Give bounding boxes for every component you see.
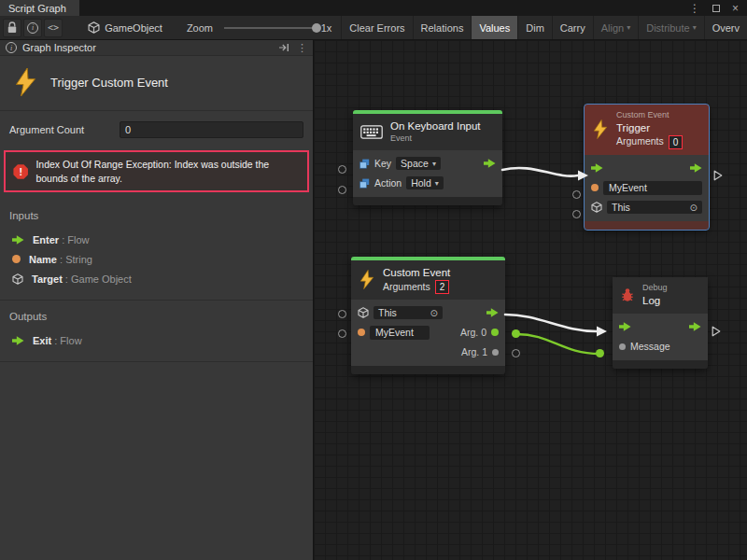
- lightning-bolt-icon: [592, 119, 609, 139]
- target-dropdown[interactable]: This⊙: [607, 201, 702, 214]
- flow-input-port[interactable]: [591, 163, 603, 173]
- values-button[interactable]: Values: [471, 16, 517, 40]
- graph-canvas[interactable]: On Keyboard Input Event Key Space▾ Actio…: [314, 40, 747, 560]
- flow-output-port[interactable]: [690, 163, 702, 173]
- arg1-port[interactable]: [492, 349, 499, 356]
- flow-output-port[interactable]: [689, 322, 701, 331]
- input-action-icon: [359, 178, 370, 189]
- node-header[interactable]: Custom Event Arguments2: [351, 260, 505, 300]
- message-row: Message: [613, 337, 708, 357]
- port-circle[interactable]: [338, 310, 346, 318]
- port-circle[interactable]: [512, 349, 520, 357]
- event-name-field[interactable]: MyEvent: [370, 326, 430, 340]
- dim-button[interactable]: Dim: [517, 16, 552, 40]
- wire-endpoint-dot[interactable]: [596, 349, 604, 357]
- port-circle[interactable]: [338, 165, 346, 174]
- edit-code-button[interactable]: <>: [44, 19, 63, 37]
- inspect-button[interactable]: i: [23, 19, 42, 37]
- node-trigger-custom-event[interactable]: Custom Event Trigger Arguments0 MyEvent: [585, 105, 709, 230]
- object-picker-icon[interactable]: ⊙: [430, 308, 438, 318]
- key-dropdown[interactable]: Space▾: [396, 157, 441, 170]
- string-port[interactable]: [358, 329, 365, 336]
- target-dropdown[interactable]: This⊙: [374, 306, 443, 319]
- chevron-down-icon: ▾: [693, 23, 697, 32]
- wire-arrowhead: [597, 327, 607, 337]
- flow-input-port[interactable]: [619, 322, 631, 331]
- message-label: Message: [630, 341, 670, 352]
- chevron-down-icon: ▾: [432, 160, 436, 168]
- gameobject-cube-icon: [591, 202, 602, 213]
- relations-button[interactable]: Relations: [413, 16, 472, 40]
- node-title: Log: [642, 294, 668, 308]
- string-port[interactable]: [591, 184, 599, 191]
- flow-row: [613, 317, 708, 337]
- flow-arrow-icon: [12, 336, 24, 345]
- tab-label: Script Graph: [8, 3, 66, 14]
- zoom-slider[interactable]: [224, 21, 314, 35]
- tab-bar: Script Graph ⋮ ×: [0, 0, 747, 16]
- argument-count-input[interactable]: [120, 121, 303, 138]
- wire-event-to-log: [505, 315, 597, 331]
- carry-button[interactable]: Carry: [552, 16, 593, 40]
- port-circle[interactable]: [572, 190, 581, 199]
- graph-inspector-panel: i Graph Inspector ⋮ Trigger Custom Event…: [0, 40, 314, 560]
- action-row: Action Hold▾: [353, 174, 502, 193]
- node-subtitle: Arguments: [616, 135, 664, 148]
- node-category: Debug: [642, 283, 668, 294]
- node-on-keyboard-input[interactable]: On Keyboard Input Event Key Space▾ Actio…: [353, 110, 502, 205]
- node-header[interactable]: Debug Log: [613, 277, 708, 314]
- chevron-down-icon: ▾: [627, 23, 630, 32]
- error-message-box: Index Out Of Range Exception: Index was …: [4, 150, 309, 192]
- graph-toolbar: i <> GameObject Zoom 1x Clear Errors Rel…: [0, 16, 747, 40]
- message-port[interactable]: [619, 343, 626, 350]
- info-icon: i: [27, 22, 38, 34]
- inputs-header: Inputs: [0, 200, 313, 230]
- node-title: Trigger: [616, 121, 683, 135]
- port-circle[interactable]: [338, 186, 346, 194]
- pane-menu-icon[interactable]: ⋮: [297, 42, 307, 54]
- wire-endpoint-dot[interactable]: [512, 329, 520, 338]
- flow-output-port[interactable]: [486, 308, 499, 317]
- target-row: This⊙: [351, 303, 505, 323]
- zoom-slider-handle[interactable]: [312, 23, 321, 33]
- action-dropdown[interactable]: Hold▾: [406, 176, 444, 189]
- lock-button[interactable]: [3, 19, 21, 37]
- node-category: Custom Event: [616, 110, 683, 121]
- overview-button[interactable]: Overv: [704, 16, 747, 40]
- event-name-row: MyEvent Arg. 0: [351, 323, 505, 343]
- maximize-icon[interactable]: [712, 5, 720, 12]
- inspector-header-title: Graph Inspector: [22, 42, 96, 53]
- node-debug-log[interactable]: Debug Log Message: [613, 277, 708, 369]
- window-controls: ⋮ ×: [689, 0, 747, 16]
- align-button[interactable]: Align▾: [593, 16, 638, 40]
- inputs-section: Inputs Enter : Flow Name : String Target…: [0, 200, 313, 301]
- info-icon: i: [6, 42, 17, 53]
- gameobject-cube-icon: [358, 307, 369, 318]
- dock-icon[interactable]: [278, 42, 289, 53]
- lock-icon: [7, 21, 17, 34]
- key-row: Key Space▾: [353, 154, 502, 174]
- port-circle[interactable]: [338, 329, 346, 338]
- node-title: Custom Event: [383, 266, 450, 280]
- tab-script-graph[interactable]: Script Graph: [0, 0, 79, 16]
- window-menu-icon[interactable]: ⋮: [689, 2, 700, 15]
- gameobject-chip[interactable]: GameObject: [88, 21, 162, 34]
- argument-count-badge: 0: [669, 135, 684, 149]
- arg1-row: Arg. 1: [351, 343, 505, 362]
- unity-graph-window: Script Graph ⋮ × i <> GameObject Zoom 1x…: [0, 0, 747, 560]
- node-header[interactable]: On Keyboard Input Event: [353, 114, 502, 150]
- flow-output-port[interactable]: [484, 159, 496, 168]
- argument-count-label: Argument Count: [9, 124, 112, 135]
- outputs-header: Outputs: [0, 301, 313, 330]
- error-message-text: Index Out Of Range Exception: Index was …: [35, 158, 300, 185]
- clear-errors-button[interactable]: Clear Errors: [341, 16, 412, 40]
- node-header[interactable]: Custom Event Trigger Arguments0: [585, 105, 709, 155]
- node-custom-event[interactable]: Custom Event Arguments2 This⊙ MyEvent Ar…: [351, 257, 505, 374]
- event-name-field[interactable]: MyEvent: [603, 181, 702, 195]
- object-picker-icon[interactable]: ⊙: [690, 203, 698, 213]
- arg0-port[interactable]: [491, 329, 499, 336]
- port-circle[interactable]: [572, 210, 581, 218]
- close-icon[interactable]: ×: [732, 2, 739, 15]
- distribute-button[interactable]: Distribute▾: [638, 16, 703, 40]
- wire-keyboard-to-trigger: [502, 168, 578, 176]
